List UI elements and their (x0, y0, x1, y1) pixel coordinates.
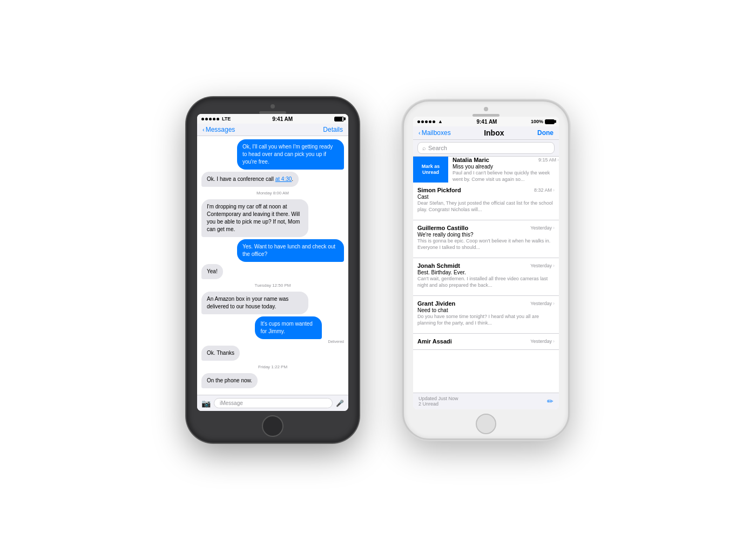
message-bubble-12: On the phone now. (201, 373, 258, 388)
battery-fill-dark (335, 117, 342, 121)
time-3: Yesterday › (530, 225, 555, 231)
message-bubble-4: I'm dropping my car off at noon at Conte… (201, 199, 308, 237)
chevron-left-mail-icon: ‹ (418, 130, 421, 136)
sender-4: Jonah Schmidt (417, 262, 460, 269)
message-bubble-8: An Amazon box in your name was delivered… (201, 292, 308, 314)
battery-percent: 100% (531, 119, 543, 124)
time-5: Yesterday › (530, 301, 555, 306)
subject-4: Best. Birthday. Ever. (417, 269, 555, 275)
mail-nav: ‹ Mailboxes Inbox Done (413, 126, 559, 140)
sender-2: Simon Pickford (417, 187, 461, 193)
update-text: Updated Just Now (418, 396, 458, 401)
message-out-wrapper-9: It's cups mom wanted for Jimmy. Delivere… (255, 316, 344, 343)
search-area: ⌕ Search (413, 140, 559, 157)
chevron-right-3: › (553, 225, 555, 231)
mark-unread-action[interactable]: Mark asUnread (413, 157, 448, 183)
delivered-status: Delivered (255, 340, 344, 343)
mail-screen: ▲ 9:41 AM 100% ‹ Mailboxes Inbox Done (413, 117, 559, 409)
time-6: Yesterday › (530, 339, 555, 344)
time-1: 9:15 AM › (538, 157, 559, 163)
footer-left: Updated Just Now 2 Unread (418, 396, 458, 407)
subject-2: Cast (417, 194, 555, 200)
battery-fill-light (545, 120, 554, 124)
battery-area-dark (334, 117, 344, 122)
sender-5: Grant Jividen (417, 300, 455, 307)
message-time-1: Monday 8:00 AM (201, 191, 344, 195)
preview-3: This is gonna be epic. Coop won't believ… (417, 238, 555, 251)
preview-1: Paul and I can't believe how quickly the… (453, 170, 559, 183)
sender-3: Guillermo Castillo (417, 225, 468, 231)
signal-area-light: ▲ (417, 119, 443, 124)
mail-content-6: Amir Assadi Yesterday › (413, 338, 555, 345)
imessage-input[interactable]: iMessage (214, 398, 333, 408)
inbox-title: Inbox (484, 129, 504, 137)
message-bubble-5: Yes. Want to have lunch and check out th… (237, 239, 344, 262)
mail-item-5[interactable]: Grant Jividen Yesterday › Need to chat D… (413, 296, 559, 334)
iphone-dark: LTE 9:41 AM ‹ Messages Details (186, 97, 359, 443)
back-button-messages[interactable]: ‹ Messages (202, 126, 235, 133)
time-2: 8:32 AM › (534, 187, 555, 193)
camera-light (484, 107, 488, 111)
wifi-icon: ▲ (438, 119, 443, 124)
search-placeholder: Search (428, 145, 447, 151)
back-button-mail[interactable]: ‹ Mailboxes (418, 129, 451, 137)
home-button-light[interactable] (476, 414, 496, 434)
mail-list: Mark asUnread Natalia Maric 9:15 AM › Mi… (413, 157, 559, 393)
preview-4: Can't wait, gentlemen. I installed all t… (417, 276, 555, 288)
message-time-2: Tuesday 12:50 PM (201, 283, 344, 288)
mail-content-2: Simon Pickford 8:32 AM › Cast Dear Stefa… (413, 187, 555, 215)
mail-item-1[interactable]: Mark asUnread Natalia Maric 9:15 AM › Mi… (413, 157, 559, 183)
mail-item-3[interactable]: Guillermo Castillo Yesterday › We're rea… (413, 220, 559, 258)
preview-2: Dear Stefan, They just posted the offici… (417, 200, 555, 213)
status-bar-dark: LTE 9:41 AM (197, 114, 348, 124)
back-label-messages: Messages (206, 126, 235, 133)
signal-area: LTE (201, 116, 231, 122)
scene: LTE 9:41 AM ‹ Messages Details (0, 0, 756, 540)
sender-1: Natalia Maric (453, 157, 489, 163)
time-label-light: 9:41 AM (476, 119, 497, 125)
status-bar-light: ▲ 9:41 AM 100% (413, 117, 559, 126)
messages-screen: LTE 9:41 AM ‹ Messages Details (197, 114, 348, 411)
mic-icon[interactable]: 🎤 (336, 400, 344, 407)
message-bubble-10: Ok. Thanks (201, 346, 240, 361)
search-box[interactable]: ⌕ Search (417, 142, 555, 154)
message-bubble-9: It's cups mom wanted for Jimmy. (255, 316, 321, 339)
mail-content-3: Guillermo Castillo Yesterday › We're rea… (413, 225, 555, 253)
chevron-left-icon: ‹ (202, 126, 205, 133)
unread-count: 2 Unread (418, 401, 458, 407)
message-bubble-2: Ok. I have a conference call at 4:30. (201, 172, 299, 187)
camera-icon[interactable]: 📷 (201, 399, 211, 408)
phone-top-dark (259, 99, 286, 114)
compose-button[interactable]: ✏ (547, 397, 554, 406)
subject-1: Miss you already (453, 164, 559, 170)
mail-content-4: Jonah Schmidt Yesterday › Best. Birthday… (413, 262, 555, 291)
phone-top-light (473, 102, 500, 117)
mail-item-4[interactable]: Jonah Schmidt Yesterday › Best. Birthday… (413, 258, 559, 296)
mail-item-6[interactable]: Amir Assadi Yesterday › (413, 334, 559, 350)
done-button[interactable]: Done (537, 129, 554, 137)
home-button-dark[interactable] (262, 415, 284, 437)
chevron-right-2: › (553, 187, 555, 193)
messages-nav: ‹ Messages Details (197, 124, 348, 136)
time-4: Yesterday › (530, 263, 555, 268)
search-icon: ⌕ (422, 145, 426, 151)
mail-item-2[interactable]: Simon Pickford 8:32 AM › Cast Dear Stefa… (413, 183, 559, 220)
chevron-right-5: › (553, 301, 555, 306)
battery-area-light: 100% (531, 119, 555, 124)
battery-icon-light (545, 119, 555, 124)
iphone-light: ▲ 9:41 AM 100% ‹ Mailboxes Inbox Done (402, 100, 570, 440)
back-label-mail: Mailboxes (422, 129, 451, 137)
camera-dark (271, 104, 275, 109)
subject-3: We're really doing this? (417, 232, 555, 238)
battery-icon-dark (334, 117, 344, 122)
messages-input-bar: 📷 iMessage 🎤 (197, 395, 348, 411)
mail-footer: Updated Just Now 2 Unread ✏ (413, 393, 559, 409)
chevron-right-1: › (557, 157, 559, 163)
details-button[interactable]: Details (323, 126, 343, 133)
signal-dots-light (417, 120, 435, 123)
message-bubble-1: Ok, I'll call you when I'm getting ready… (237, 139, 344, 170)
preview-5: Do you have some time tonight? I heard w… (417, 314, 555, 326)
messages-body: Ok, I'll call you when I'm getting ready… (197, 136, 348, 395)
message-link: at 4:30 (275, 176, 292, 182)
sender-6: Amir Assadi (417, 338, 452, 345)
